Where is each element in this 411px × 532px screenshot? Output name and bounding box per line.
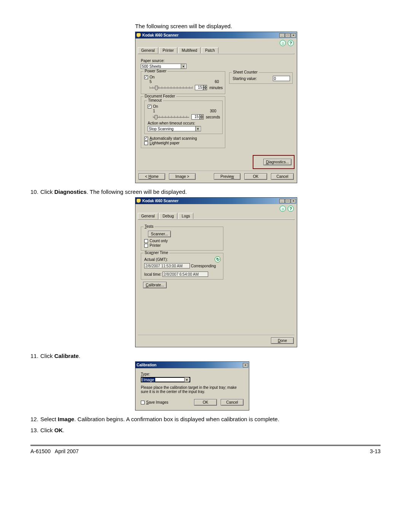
tab-debug[interactable]: Debug [159,213,177,219]
ok-button[interactable]: OK [244,173,267,180]
step-12: 12. Select Image. Calibration begins. A … [30,416,381,422]
home-button[interactable]: < Home [139,173,165,180]
ok-button[interactable]: OK [194,399,217,406]
calibration-message: Please place the calibration target in t… [141,385,244,394]
document-feeder-group: Document Feeder Timeout On 1 300 [141,96,225,148]
maximize-icon[interactable]: □ [285,33,290,38]
tab-printer[interactable]: Printer [159,47,177,53]
paper-source-value: 500 Sheets [142,64,161,69]
cancel-button[interactable]: Cancel [271,173,294,180]
auto-start-checkbox[interactable] [144,137,148,141]
scanner-settings-dialog: Kodak i660 Scanner _ □ × ⌂ ? General Pri… [135,32,297,183]
starting-value-input[interactable]: 0 [273,76,290,81]
step-11: 11. Click Calibrate. [30,353,381,359]
help-icon[interactable]: ? [288,206,294,212]
timeout-slider[interactable] [153,116,189,118]
help-icon[interactable]: ? [288,40,294,46]
actual-time-field: 2/8/2007 11:53:00 AM [144,263,190,268]
power-saver-spinner[interactable]: 15 ▴▾ [195,85,207,90]
close-icon[interactable]: × [291,33,296,38]
sheet-counter-group: Sheet Counter Starting value: 0 [229,72,292,84]
close-icon[interactable]: × [243,363,248,367]
tab-multifeed[interactable]: Multifeed [178,47,201,53]
app-icon [137,33,141,38]
app-icon [137,199,141,203]
scanner-time-group: Scanner Time Actual (GMT): ↻ 2/8/2007 11… [141,253,223,280]
paper-source-select[interactable]: 500 Sheets ▾ [141,64,186,69]
tabs: General Printer Multifeed Patch [138,47,295,53]
chevron-down-icon: ▾ [184,377,189,382]
save-images-checkbox[interactable] [141,401,145,404]
title-text: Kodak i660 Scanner [142,33,178,37]
home-icon[interactable]: ⌂ [280,40,286,46]
titlebar[interactable]: Kodak i660 Scanner _ □ × [135,32,297,38]
lightweight-checkbox[interactable] [144,141,148,145]
printer-checkbox[interactable] [144,244,148,248]
chevron-down-icon: ▾ [195,126,200,131]
calibration-dialog: Calibration × Type: Image ▾ Please place… [135,361,249,411]
minimize-icon[interactable]: _ [279,199,285,203]
calibrate-button[interactable]: Calibrate... [143,282,167,288]
home-icon[interactable]: ⌂ [280,206,286,212]
cancel-button[interactable]: Cancel [221,399,244,406]
diagnostics-dialog: Kodak i660 Scanner _ □ × ⌂ ? General Deb… [135,197,297,347]
tab-patch[interactable]: Patch [202,47,218,53]
step-10: 10. Click Diagnostics. The following scr… [30,189,381,195]
diagnostics-button[interactable]: Diagnostics... [263,159,292,165]
timeout-on-checkbox[interactable] [148,105,151,109]
paper-source-label: Paper source: [141,59,225,63]
count-only-checkbox[interactable] [144,239,148,243]
power-saver-group: Power Saver On 5 60 15 ▴▾ [141,71,225,94]
titlebar[interactable]: Kodak i660 Scanner _ □ × [135,198,297,204]
timeout-spinner[interactable]: 15 ▴▾ [191,114,204,120]
tab-general[interactable]: General [138,47,158,54]
type-select[interactable]: Image ▾ [141,377,190,382]
timeout-action-select[interactable]: Stop Scanning ▾ [148,126,201,131]
intro-text: The following screen will be displayed. [135,23,381,29]
timeout-group: Timeout On 1 300 15 [144,101,223,134]
tab-logs[interactable]: Logs [178,213,194,219]
image-button[interactable]: Image > [169,173,196,180]
tests-group: Tests Scanner... Count only Printer [141,227,223,251]
tab-general[interactable]: General [138,213,158,219]
power-saver-slider[interactable] [150,86,193,89]
titlebar[interactable]: Calibration × [135,362,249,368]
maximize-icon[interactable]: □ [285,199,290,203]
step-13: 13. Click OK. [30,427,381,433]
minimize-icon[interactable]: _ [279,33,285,38]
chevron-down-icon: ▾ [181,64,185,69]
preview-button[interactable]: Preview [214,173,241,180]
close-icon[interactable]: × [291,199,296,203]
power-saver-on-checkbox[interactable] [144,75,148,79]
done-button[interactable]: Done [271,337,294,344]
refresh-icon[interactable]: ↻ [215,256,221,262]
local-time-field: 2/8/2007 6:54:00 AM [162,272,208,277]
diagnostics-highlight: Diagnostics... [253,155,295,169]
scanner-button[interactable]: Scanner... [148,231,171,237]
timeout-action-label: Action when timeout occurs: [148,121,220,125]
page-footer: A-61500 April 2007 3-13 [30,445,381,454]
